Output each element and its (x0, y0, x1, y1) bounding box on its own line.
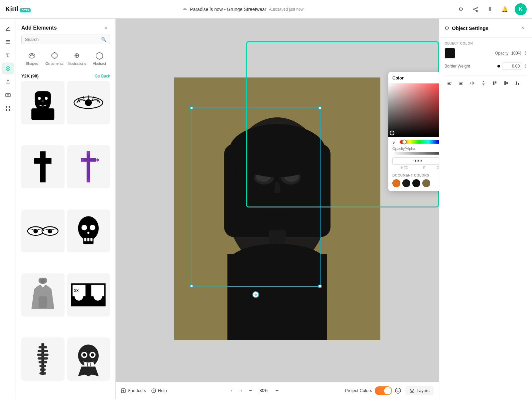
svg-rect-81 (88, 362, 90, 366)
object-settings-close-btn[interactable]: × (519, 24, 527, 32)
svg-rect-37 (87, 151, 90, 182)
svg-point-90 (229, 124, 326, 177)
pipette-btn[interactable]: 🖊 (392, 139, 397, 145)
svg-rect-114 (506, 82, 508, 84)
toggle-switch[interactable] (375, 386, 392, 395)
svg-point-49 (78, 216, 99, 240)
hex-rgb-labels: HEX R G B (388, 166, 439, 172)
layers-btn[interactable]: Layers (405, 386, 434, 395)
doc-swatch-3[interactable] (412, 179, 420, 187)
doc-colors-swatches (392, 179, 439, 187)
category-illustrations[interactable]: Illustrations (66, 48, 88, 68)
color-gradient-area[interactable] (388, 83, 439, 137)
logo[interactable]: Kittl BETA (5, 5, 31, 13)
search-bar[interactable]: 🔍 (21, 35, 110, 44)
bottom-left: Shortcuts ? Help (121, 388, 167, 393)
tool-layers[interactable] (2, 36, 14, 48)
search-icon: 🔍 (101, 37, 106, 42)
align-middle-btn[interactable] (501, 78, 511, 88)
hue-slider[interactable] (400, 140, 439, 144)
project-title[interactable]: Paradise is now - Grunge Streetwear (190, 7, 266, 12)
element-item-3[interactable] (21, 145, 65, 189)
svg-point-0 (476, 7, 477, 8)
opacity-down[interactable]: ▼ (524, 53, 527, 56)
svg-rect-26 (31, 108, 54, 120)
svg-point-63 (75, 292, 83, 301)
align-top-btn[interactable] (490, 78, 500, 88)
panel-close-btn[interactable]: × (102, 24, 110, 32)
element-item-6[interactable] (67, 209, 110, 253)
bottom-bar: Shortcuts ? Help ← → − 80% + Project Col… (116, 382, 439, 399)
element-item-1[interactable] (21, 81, 65, 124)
download-icon-btn[interactable]: ⬇ (485, 5, 495, 14)
svg-point-13 (7, 94, 9, 96)
category-abstract[interactable]: Abstract (89, 48, 110, 68)
topbar-right: ⚙ ⬇ 🔔 K (456, 3, 527, 15)
border-down[interactable]: ▼ (524, 66, 527, 69)
category-illustrations-label: Illustrations (68, 62, 86, 66)
right-panel-title-row: ⚙ Object Settings (445, 25, 488, 31)
notification-icon-btn[interactable]: 🔔 (500, 5, 509, 14)
border-value-input[interactable] (502, 63, 522, 70)
canvas-container[interactable]: ↻ (174, 77, 380, 340)
svg-point-78 (83, 353, 86, 356)
hex-input[interactable] (392, 157, 439, 165)
opacity-spinner[interactable]: ▲ ▼ (524, 51, 527, 56)
doc-swatch-1[interactable] (392, 179, 400, 187)
settings-icon-btn[interactable]: ⚙ (456, 5, 466, 14)
category-grid: Shapes Ornaments Illustrations Abstract (16, 48, 115, 72)
svg-rect-109 (460, 83, 462, 84)
undo-btn[interactable]: ← (230, 388, 235, 394)
hue-cursor (402, 140, 407, 144)
element-item-4[interactable] (67, 145, 110, 189)
help-label: Help (158, 388, 167, 393)
logo-text: Kittl (5, 5, 18, 13)
object-color-swatch[interactable] (445, 48, 455, 59)
category-shapes[interactable]: Shapes (21, 48, 43, 68)
svg-rect-5 (6, 30, 10, 31)
align-left-btn[interactable] (445, 78, 455, 88)
element-item-8[interactable]: XX (67, 273, 110, 317)
zoom-out-btn[interactable]: − (246, 386, 255, 395)
help-btn[interactable]: ? Help (151, 388, 167, 393)
shortcuts-btn[interactable]: Shortcuts (121, 388, 146, 393)
svg-rect-107 (448, 84, 451, 85)
tool-edit[interactable] (2, 23, 14, 35)
svg-point-1 (473, 9, 475, 10)
element-item-5[interactable] (21, 209, 65, 253)
redo-btn[interactable]: → (238, 388, 243, 394)
svg-rect-70 (38, 357, 48, 360)
element-item-7[interactable] (21, 273, 65, 317)
tool-upload[interactable] (2, 76, 14, 88)
doc-swatch-4[interactable] (422, 179, 430, 187)
opacity-slider-track[interactable] (392, 152, 439, 155)
search-input[interactable] (25, 37, 98, 42)
section-title: Y2K (98) (21, 73, 39, 78)
element-item-10[interactable] (67, 337, 110, 381)
align-center-btn[interactable] (456, 78, 466, 88)
zoom-in-btn[interactable]: + (273, 386, 282, 395)
svg-rect-73 (40, 368, 46, 371)
autosaved-label: Autosaved just now (269, 7, 304, 12)
border-spinner[interactable]: ▲ ▼ (524, 64, 527, 69)
user-avatar[interactable]: K (515, 3, 527, 15)
opacity-row: Opacity/Alpha 100% (388, 146, 439, 157)
canvas-background[interactable]: ↻ (174, 77, 380, 340)
flip-v-btn[interactable] (478, 78, 488, 88)
go-back-btn[interactable]: Go Back (95, 74, 110, 78)
tool-grid[interactable] (2, 102, 14, 114)
align-bottom-btn[interactable] (512, 78, 522, 88)
element-item-9[interactable] (21, 337, 65, 381)
tool-photo[interactable] (2, 89, 14, 101)
tool-elements[interactable] (2, 63, 14, 74)
flip-h-btn[interactable] (467, 78, 477, 88)
topbar-center: ✏ Paradise is now - Grunge Streetwear Au… (183, 7, 304, 12)
add-elements-panel: Add Elements × 🔍 Shapes Ornaments Illust… (16, 19, 116, 399)
svg-rect-6 (6, 40, 10, 41)
category-ornaments[interactable]: Ornaments (44, 48, 65, 68)
element-item-2[interactable] (67, 81, 110, 124)
canvas-area[interactable]: ↻ Color × 🖊 O (116, 19, 439, 399)
share-icon-btn[interactable] (471, 5, 480, 14)
tool-text[interactable]: T (2, 49, 14, 61)
doc-swatch-2[interactable] (402, 179, 410, 187)
